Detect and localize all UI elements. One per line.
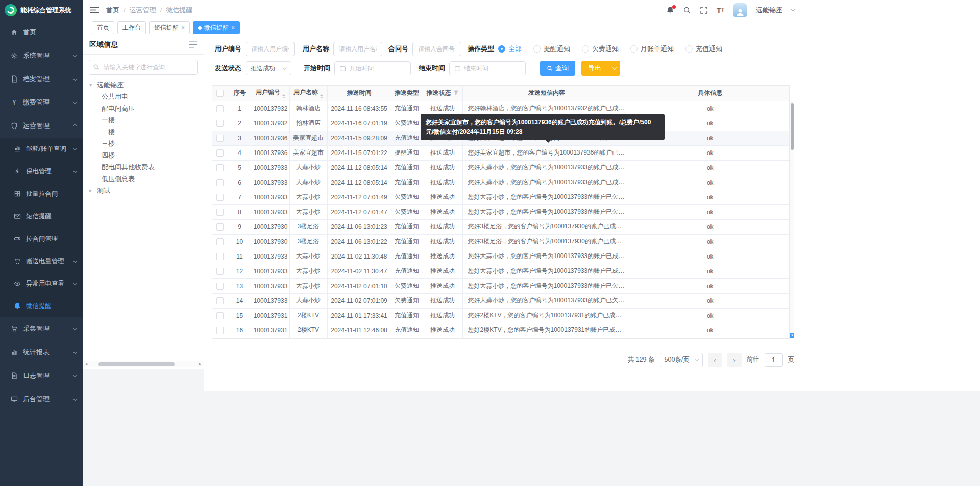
row-checkbox[interactable] [216,149,224,157]
user-name[interactable]: 远能锦座 [756,6,782,15]
row-checkbox[interactable] [216,268,224,275]
tab-wechat-remind[interactable]: 微信提醒× [193,21,240,34]
scroll-left-arrow[interactable]: ◂ [84,361,89,367]
row-checkbox[interactable] [216,283,224,290]
search-icon[interactable] [683,6,691,14]
row-checkbox[interactable] [216,238,224,245]
row-checkbox[interactable] [216,297,224,304]
breadcrumb-item[interactable]: 运营管理 [130,6,156,14]
sidebar-toggle-icon[interactable] [90,6,99,14]
scrollbar-thumb[interactable] [98,362,175,366]
tree-node-floor-3[interactable]: 三楼 [83,138,204,149]
row-checkbox[interactable] [216,223,224,231]
export-button[interactable]: 导出 [581,61,620,76]
page-number-input[interactable] [765,353,783,367]
column-push-status[interactable]: 推送状态 [423,86,462,101]
sidebar-item-wechat-remind[interactable]: 微信提醒 [0,295,83,317]
sidebar-item-collection[interactable]: 采集管理 [0,317,83,341]
row-checkbox[interactable] [216,194,224,201]
radio-recharge[interactable]: 充值通知 [685,44,722,54]
scroll-down-arrow[interactable]: ▼ [790,333,794,338]
cell-push-time: 2024-11-12 07:01:49 [327,190,391,204]
user-name-input[interactable] [333,42,382,56]
sidebar-item-system[interactable]: 系统管理 [0,44,83,67]
sidebar-item-power-protection[interactable]: 保电管理 [0,160,83,183]
sidebar-item-abnormal-usage[interactable]: 异常用电查看 [0,272,83,295]
fullscreen-icon[interactable] [700,6,708,14]
tab-workbench[interactable]: 工作台 [117,21,146,34]
search-button[interactable]: 查询 [540,61,575,76]
scrollbar-thumb[interactable] [791,103,794,150]
start-time-input[interactable]: 开始时间 [334,61,411,75]
sidebar-item-home[interactable]: 首页 [0,20,83,44]
select-all-checkbox[interactable] [216,90,224,97]
close-icon[interactable]: × [181,24,185,31]
radio-all[interactable]: 全部 [498,44,522,54]
sidebar-item-sms-remind[interactable]: 短信提醒 [0,205,83,227]
horizontal-scrollbar[interactable]: ◂ ▸ [84,361,203,367]
tab-sms-remind[interactable]: 短信提醒× [149,21,190,34]
row-checkbox[interactable] [216,135,224,142]
tree-node-public-power[interactable]: 公共用电 [83,91,204,103]
row-checkbox[interactable] [216,253,224,260]
tree-node-floor-1[interactable]: 一楼 [83,114,204,126]
tree-node-lv-total[interactable]: 低压侧总表 [83,173,204,185]
tree-node-hv-distribution[interactable]: 配电间高压 [83,103,204,114]
font-size-icon[interactable]: TT [717,6,724,14]
chevron-down-icon[interactable] [791,7,795,11]
region-search-input[interactable] [89,60,198,75]
row-checkbox[interactable] [216,312,224,319]
radio-monthly-bill[interactable]: 月账单通知 [630,44,674,54]
sidebar-item-operations[interactable]: 运营管理 [0,114,83,138]
sidebar-item-report[interactable]: 统计报表 [0,341,83,364]
column-user-id[interactable]: 用户编号 [252,86,289,101]
row-checkbox[interactable] [216,209,224,216]
tab-home[interactable]: 首页 [92,21,114,34]
radio-remind[interactable]: 提醒通知 [533,44,570,54]
sort-icon[interactable] [282,94,285,98]
contract-input[interactable] [412,42,461,56]
notification-bell-icon[interactable] [666,6,674,14]
prev-page-button[interactable]: ‹ [708,353,722,367]
scroll-right-arrow[interactable]: ▸ [198,361,203,367]
tree-node-yuanneng-jinzuo[interactable]: ▾远能锦座 [83,79,204,91]
export-dropdown-arrow[interactable] [608,61,620,76]
tree-caret-icon[interactable]: ▾ [89,82,94,88]
cell-push-status: 推送成功 [423,264,462,278]
cell-user-id: 1000137933 [252,204,289,219]
next-page-button[interactable]: › [727,353,742,367]
cell-detail: ok [631,278,789,293]
sidebar-item-gift-energy[interactable]: 赠送电量管理 [0,250,83,272]
column-user-name[interactable]: 用户名称 [289,86,327,101]
sidebar-item-switch-manage[interactable]: 拉合闸管理 [0,227,83,250]
table-scrollbar[interactable]: ▼ [790,101,794,338]
cell-sms-content: 您好大蒜小炒，您的客户编号为1000137933的账户已成功充值到账。 [462,249,631,264]
row-checkbox[interactable] [216,164,224,171]
radio-arrears[interactable]: 欠费通知 [582,44,619,54]
row-checkbox[interactable] [216,327,224,334]
sidebar-item-archive[interactable]: 档案管理 [0,67,83,91]
tree-caret-icon[interactable]: ▸ [89,187,94,194]
end-time-input[interactable]: 结束时间 [449,61,526,75]
sidebar-item-energy-bill-query[interactable]: 能耗/账单查询 [0,138,83,160]
row-checkbox[interactable] [216,105,224,112]
close-icon[interactable]: × [231,24,235,31]
send-status-select[interactable]: 推送成功 [246,61,291,75]
user-id-input[interactable] [246,42,295,56]
tree-node-distribution-other[interactable]: 配电间其他收费表 [83,161,204,173]
avatar[interactable] [733,3,747,17]
list-settings-icon[interactable] [189,41,197,48]
sidebar-item-batch-switch[interactable]: 批量拉合闸 [0,183,83,205]
tree-node-test[interactable]: ▸测试 [83,185,204,196]
sort-icon[interactable] [320,94,323,98]
tree-node-floor-2[interactable]: 二楼 [83,126,204,138]
sidebar-item-log[interactable]: 日志管理 [0,364,83,388]
breadcrumb-item[interactable]: 首页 [106,6,119,14]
row-checkbox[interactable] [216,179,224,186]
page-size-select[interactable]: 500条/页 [660,353,703,367]
tree-node-floor-4[interactable]: 四楼 [83,149,204,161]
row-checkbox[interactable] [216,120,224,127]
sidebar-item-backend[interactable]: 后台管理 [0,388,83,411]
sidebar-item-payment[interactable]: ¥缴费管理 [0,91,83,114]
filter-funnel-icon[interactable] [453,90,459,97]
